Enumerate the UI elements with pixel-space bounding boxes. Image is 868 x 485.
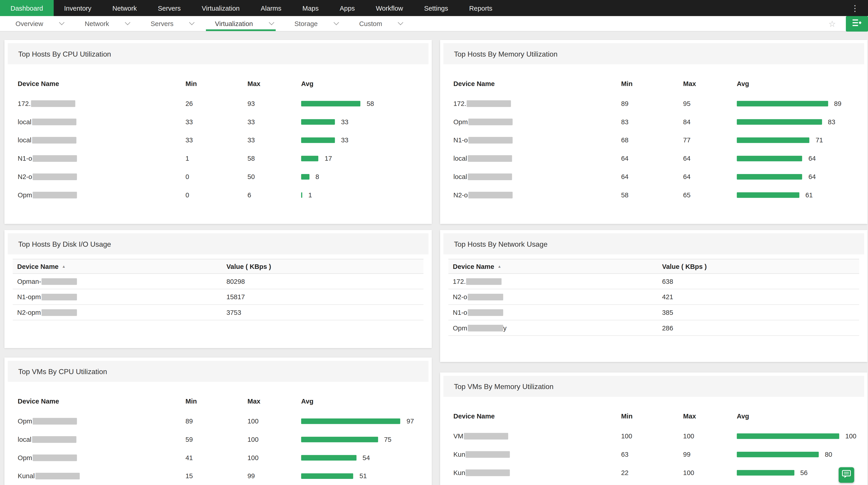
- min-value: 58: [621, 191, 683, 199]
- avg-value: 80: [825, 450, 832, 458]
- tab-servers[interactable]: Servers: [135, 16, 199, 31]
- table-row: N1-o15817: [18, 149, 418, 168]
- chevron-down-icon: [333, 20, 339, 25]
- min-value: 22: [621, 469, 683, 477]
- table-row: N1-o385: [448, 305, 859, 320]
- star-icon[interactable]: ☆: [829, 19, 836, 29]
- device-name-prefix: N2-o: [453, 293, 467, 301]
- max-value: 84: [683, 118, 737, 125]
- widget-header: Top Hosts By CPU Utilization: [8, 43, 428, 64]
- topnav-item-maps[interactable]: Maps: [292, 0, 329, 16]
- topnav-item-virtualization[interactable]: Virtualization: [191, 0, 250, 16]
- device-name-prefix: local: [18, 136, 31, 144]
- tab-label: Storage: [294, 20, 318, 27]
- table-header-row: Device NameMinMaxAvg: [18, 391, 418, 412]
- redacted-text: [41, 309, 77, 315]
- topnav-item-reports[interactable]: Reports: [459, 0, 503, 16]
- chat-button[interactable]: [839, 467, 854, 483]
- avg-bar-cell: 71: [737, 136, 854, 144]
- topnav-item-apps[interactable]: Apps: [329, 0, 365, 16]
- avg-value: 83: [828, 118, 835, 125]
- max-value: 64: [683, 154, 737, 162]
- column-header-value-kbps-[interactable]: Value ( KBps ): [662, 262, 855, 270]
- value: 385: [662, 309, 855, 316]
- max-value: 6: [248, 191, 301, 199]
- avg-value: 75: [384, 435, 392, 443]
- table-row: 172.899589: [454, 94, 854, 112]
- device-name: Kun: [454, 450, 621, 458]
- device-name-prefix: N2-opm: [17, 309, 41, 316]
- min-value: 0: [185, 173, 247, 180]
- redacted-text: [33, 155, 77, 161]
- table-row: Opman-80298: [13, 274, 423, 289]
- add-dashboard-button[interactable]: [846, 16, 868, 31]
- tab-overview[interactable]: Overview: [0, 16, 69, 31]
- widget-top-hosts-network: Top Hosts By Network Usage Device Name▲V…: [440, 230, 868, 362]
- max-value: 50: [248, 173, 301, 180]
- avg-bar-cell: 33: [301, 118, 418, 125]
- device-name-prefix: Opman-: [17, 278, 41, 285]
- device-name-prefix: N1-o: [18, 154, 32, 162]
- column-header-value-kbps-[interactable]: Value ( KBps ): [226, 262, 419, 270]
- topnav-item-network[interactable]: Network: [102, 0, 147, 16]
- topnav-item-inventory[interactable]: Inventory: [54, 0, 102, 16]
- widget-table: Device NameMinMaxAvgVM100100100Kun639980…: [440, 397, 868, 482]
- table-row: N1-o687771: [454, 131, 854, 149]
- table-row: N2-o586561: [454, 186, 854, 204]
- avg-value: 54: [363, 454, 370, 461]
- device-name: Opmy: [453, 324, 662, 332]
- sort-asc-icon[interactable]: ▲: [62, 264, 66, 268]
- sort-asc-icon[interactable]: ▲: [498, 264, 501, 268]
- min-value: 41: [185, 454, 247, 461]
- column-header-max: Max: [683, 412, 737, 420]
- tab-network[interactable]: Network: [69, 16, 135, 31]
- table-header-row: Device Name▲Value ( KBps ): [13, 259, 423, 274]
- topnav-item-servers[interactable]: Servers: [147, 0, 191, 16]
- tab-virtualization[interactable]: Virtualization: [199, 16, 279, 31]
- widget-table: Device NameMinMaxAvgOpm8910097local59100…: [4, 382, 432, 485]
- avg-bar: [737, 174, 802, 179]
- vertical-dots-icon[interactable]: ⋮: [842, 0, 868, 16]
- table-row: N2-o421: [448, 289, 859, 305]
- chat-icon: [842, 470, 851, 481]
- table-row: Opm061: [18, 186, 418, 204]
- tab-custom[interactable]: Custom: [344, 16, 408, 31]
- device-name-prefix: 172.: [454, 99, 466, 107]
- widget-top-vms-cpu: Top VMs By CPU Utilization Device NameMi…: [4, 358, 432, 485]
- widget-title: Top Hosts By Disk I/O Usage: [18, 240, 111, 248]
- topnav-item-settings[interactable]: Settings: [414, 0, 459, 16]
- device-name: 172.: [454, 99, 621, 107]
- table-header-row: Device NameMinMaxAvg: [18, 73, 418, 94]
- table-row: local5910075: [18, 430, 418, 448]
- column-header-device-name[interactable]: Device Name▲: [17, 262, 226, 270]
- column-header-min: Min: [621, 412, 683, 420]
- avg-value: 56: [800, 469, 808, 477]
- avg-bar-cell: 64: [737, 154, 854, 162]
- device-name: VM: [454, 432, 621, 440]
- table-header-row: Device NameMinMaxAvg: [454, 406, 854, 427]
- avg-bar-cell: 97: [301, 417, 418, 425]
- device-name: N1-o: [18, 154, 185, 162]
- table-row: Kun639980: [454, 445, 854, 463]
- device-name: Opm: [454, 118, 621, 125]
- device-name: N2-o: [18, 173, 185, 180]
- min-value: 59: [185, 435, 247, 443]
- min-value: 1: [185, 154, 247, 162]
- device-name-prefix: N1-o: [453, 309, 467, 316]
- avg-bar: [301, 455, 356, 460]
- topnav-item-workflow[interactable]: Workflow: [365, 0, 413, 16]
- topnav-item-alarms[interactable]: Alarms: [250, 0, 292, 16]
- subnav: OverviewNetworkServersVirtualizationStor…: [0, 16, 868, 32]
- column-header-device-name[interactable]: Device Name▲: [453, 262, 662, 270]
- topnav-item-dashboard[interactable]: Dashboard: [0, 0, 54, 16]
- redacted-text: [468, 118, 513, 125]
- device-name: N2-o: [453, 293, 662, 301]
- device-name-prefix: local: [454, 154, 467, 162]
- tab-label: Network: [85, 20, 109, 27]
- avg-value: 33: [341, 118, 348, 125]
- column-header-avg: Avg: [301, 80, 418, 88]
- tab-storage[interactable]: Storage: [279, 16, 344, 31]
- device-name: N1-opm: [17, 293, 226, 301]
- device-name-prefix: Opm: [18, 191, 32, 199]
- redacted-text: [468, 309, 503, 315]
